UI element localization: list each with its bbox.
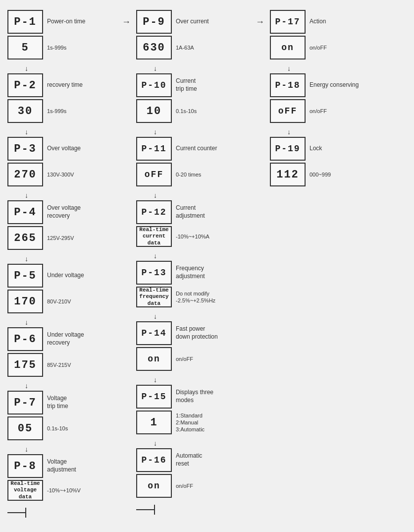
lcd-p18-value: oFF [270, 99, 306, 123]
p6-name: Under voltage recovery [47, 331, 84, 347]
arrow-p15-p16: ↓ [154, 439, 157, 447]
arrow-p3-p4: ↓ [25, 191, 28, 199]
param-section-p15: P-15 Displays three modes 1 1:Standard 2… [136, 385, 250, 436]
p15-name: Displays three modes [176, 389, 213, 404]
p5-name: Under voltage [47, 272, 84, 280]
lcd-p18-label: P-18 [270, 73, 306, 97]
lcd-p8-value: Real-time voltage data [7, 480, 43, 501]
lcd-p7-label: P-7 [7, 391, 43, 414]
p19-range: 000~999 [310, 171, 331, 178]
p8-range: -10%~+10%V [47, 487, 81, 494]
arrow-p2-p3: ↓ [25, 128, 28, 136]
p10-range: 0.1s-10s [176, 108, 197, 115]
p18-name: Energy conserving [310, 81, 359, 89]
lcd-p13-label: P-13 [136, 261, 172, 285]
p4-name: Over voltage recovery [47, 204, 81, 220]
lcd-p9-value: 630 [136, 36, 172, 59]
p9-name: Over current [176, 18, 209, 26]
lcd-p3-label: P-3 [7, 137, 43, 161]
lcd-p19-value: 112 [270, 163, 306, 186]
p16-name: Automatic reset [176, 452, 202, 468]
p18-range: on/oFF [310, 108, 327, 115]
p12-range: -10%~+10%A [176, 233, 209, 240]
p1-range: 1s-999s [47, 44, 66, 51]
lcd-p5-value: 170 [7, 290, 43, 313]
arrow-p14-p15: ↓ [154, 376, 157, 384]
lcd-p7-value: 05 [7, 416, 43, 440]
p3-name: Over voltage [47, 145, 81, 153]
p17-range: on/oFF [310, 44, 327, 51]
lcd-p14-value: on [136, 347, 172, 371]
p9-range: 1A-63A [176, 44, 194, 51]
lcd-p1-value: 5 [7, 36, 43, 59]
param-section-p4: P-4 Over voltage recovery 265 125V-295V [7, 200, 116, 252]
arrow-col2-col3: → [253, 5, 267, 27]
p14-range: on/oFF [176, 355, 193, 362]
arrow-p1-p2: ↓ [25, 64, 28, 72]
lcd-p1-label: P-1 [7, 10, 43, 34]
main-container: P-1 Power-on time 5 1s-999s ↓ P-2 recove… [5, 5, 409, 523]
param-section-p18: P-18 Energy conserving oFF on/oFF [270, 73, 379, 125]
lcd-p11-value: oFF [136, 163, 172, 186]
p4-range: 125V-295V [47, 235, 74, 241]
param-section-p19: P-19 Lock 112 000~999 [270, 137, 379, 188]
param-section-p12: P-12 Current adjustment Real-time curren… [136, 200, 250, 249]
lcd-p15-label: P-15 [136, 385, 172, 409]
arrow-p17-p18: ↓ [287, 64, 291, 72]
column-2: P-9 Over current 630 1A-63A ↓ P-10 Curre… [134, 5, 253, 520]
lcd-p12-value: Real-time current data [136, 226, 172, 247]
arrow-p5-p6: ↓ [25, 318, 28, 326]
lcd-p15-value: 1 [136, 411, 172, 434]
p19-name: Lock [310, 145, 322, 153]
arrow-p13-p14: ↓ [154, 312, 157, 320]
lcd-p19-label: P-19 [270, 137, 306, 161]
col1-bottom-arrow [7, 508, 26, 518]
p13-name: Frequency adjustment [176, 265, 205, 280]
lcd-p10-label: P-10 [136, 73, 172, 97]
p3-range: 130V-300V [47, 171, 74, 178]
p1-name: Power-on time [47, 18, 85, 26]
param-section-p7: P-7 Voltage trip time 05 0.1s-10s [7, 391, 116, 442]
lcd-p14-label: P-14 [136, 321, 172, 345]
lcd-p2-label: P-2 [7, 73, 43, 97]
lcd-p6-label: P-6 [7, 327, 43, 351]
param-section-p5: P-5 Under voltage 170 80V-210V [7, 264, 116, 315]
p13-range: Do not modify -2.5%~+2.5%Hz [176, 290, 215, 304]
p14-name: Fast power down protection [176, 325, 218, 341]
lcd-p9-label: P-9 [136, 10, 172, 34]
lcd-p12-label: P-12 [136, 200, 172, 224]
p15-range: 1:Standard 2:Manual 3:Automatic [176, 412, 205, 433]
param-section-p11: P-11 Current counter oFF 0-20 times [136, 137, 250, 188]
col2-bottom-arrow [136, 505, 155, 515]
p8-name: Voltage adjustment [47, 458, 76, 473]
param-section-p8: P-8 Voltage adjustment Real-time voltage… [7, 454, 116, 503]
arrow-p11-p12: ↓ [154, 191, 157, 199]
arrow-p7-p8: ↓ [25, 445, 28, 453]
lcd-p4-label: P-4 [7, 200, 43, 224]
p17-name: Action [310, 18, 326, 26]
param-section-p14: P-14 Fast power down protection on on/oF… [136, 321, 250, 373]
p6-range: 85V-215V [47, 361, 71, 368]
param-section-p1: P-1 Power-on time 5 1s-999s [7, 10, 116, 61]
arrow-p10-p11: ↓ [154, 128, 157, 136]
p2-range: 1s-999s [47, 108, 66, 115]
p2-name: recovery time [47, 81, 83, 89]
lcd-p2-value: 30 [7, 99, 43, 123]
lcd-p16-value: on [136, 474, 172, 498]
lcd-p8-label: P-8 [7, 454, 43, 478]
column-3: P-17 Action on on/oFF ↓ P-18 Energy cons… [267, 5, 381, 196]
param-section-p17: P-17 Action on on/oFF [270, 10, 379, 61]
p16-range: on/oFF [176, 482, 193, 489]
lcd-p3-value: 270 [7, 163, 43, 186]
lcd-p10-value: 10 [136, 99, 172, 123]
p5-range: 80V-210V [47, 298, 71, 305]
param-section-p13: P-13 Frequency adjustment Real-time freq… [136, 261, 250, 309]
arrow-col1-col2: → [119, 5, 134, 27]
param-section-p16: P-16 Automatic reset on on/oFF [136, 448, 250, 500]
lcd-p17-label: P-17 [270, 10, 306, 34]
param-section-p6: P-6 Under voltage recovery 175 85V-215V [7, 327, 116, 379]
arrow-p9-p10: ↓ [154, 64, 157, 72]
arrow-p12-p13: ↓ [154, 252, 157, 260]
lcd-p11-label: P-11 [136, 137, 172, 161]
param-section-p10: P-10 Current trip time 10 0.1s-10s [136, 73, 250, 125]
